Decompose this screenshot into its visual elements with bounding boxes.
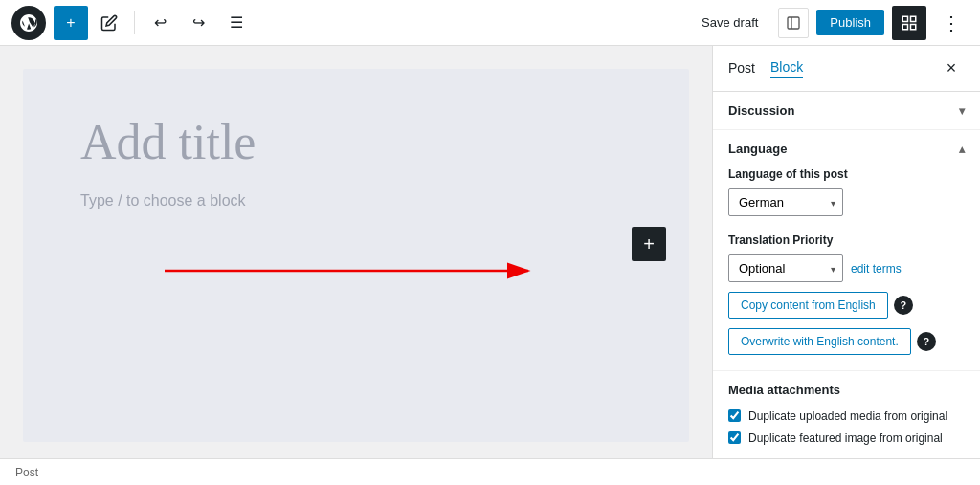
toolbar-divider-1 [134,11,135,34]
preview-button[interactable] [778,8,809,38]
language-section-header[interactable]: Language ▴ [713,130,980,167]
duplicate-featured-row: Duplicate featured image from original [728,430,965,447]
wp-logo-icon [19,13,38,33]
language-of-post-label: Language of this post [728,167,965,181]
overwrite-content-row: Overwrite with English content. ? [728,328,965,355]
save-draft-button[interactable]: Save draft [689,9,770,36]
duplicate-media-checkbox[interactable] [728,409,741,422]
priority-row: Optional Required Low High ▾ edit terms [728,254,965,282]
priority-select-wrapper: Optional Required Low High ▾ [728,254,843,282]
svg-rect-4 [911,24,916,29]
list-view-button[interactable]: ☰ [219,6,254,40]
svg-rect-5 [902,24,907,29]
publish-button[interactable]: Publish [816,10,884,35]
toolbar: + ↩ ↪ ☰ Save draft Publish [0,0,980,46]
discussion-chevron-icon: ▾ [959,104,965,118]
sidebar: Post Block × Discussion ▾ Language [712,46,980,458]
duplicate-media-row: Duplicate uploaded media from original [728,408,965,425]
copy-content-row: Copy content from English ? [728,292,965,319]
svg-rect-2 [902,16,907,21]
priority-select[interactable]: Optional Required Low High [728,254,843,282]
copy-content-button[interactable]: Copy content from English [728,292,888,319]
duplicate-featured-checkbox[interactable] [728,431,741,444]
wp-logo[interactable] [11,6,46,40]
discussion-section: Discussion ▾ [713,92,980,130]
language-select-wrapper: German English French Spanish ▾ [728,188,843,216]
overwrite-content-help-icon[interactable]: ? [917,332,936,351]
sidebar-content: Discussion ▾ Language ▴ Language of this… [713,92,980,458]
duplicate-media-label: Duplicate uploaded media from original [748,408,947,425]
main-layout: Add title Type / to choose a block + Pos… [0,46,980,458]
language-chevron-icon: ▴ [959,143,965,156]
preview-icon [786,15,801,31]
tab-block[interactable]: Block [770,59,803,78]
language-select[interactable]: German English French Spanish [728,188,843,216]
add-block-toolbar-button[interactable]: + [54,6,88,40]
annotation-arrow [155,242,557,299]
discussion-section-header[interactable]: Discussion ▾ [713,92,980,129]
editor-title-placeholder[interactable]: Add title [80,115,632,169]
editor-block-prompt[interactable]: Type / to choose a block [80,192,632,209]
language-section: Language ▴ Language of this post German … [713,130,980,371]
edit-mode-button[interactable] [92,6,126,40]
overwrite-content-button[interactable]: Overwrite with English content. [728,328,911,355]
pencil-icon [100,14,118,32]
edit-terms-link[interactable]: edit terms [851,262,902,276]
svg-rect-0 [788,17,799,29]
sidebar-close-button[interactable]: × [938,55,965,82]
statusbar: Post [0,458,980,485]
editor-area: Add title Type / to choose a block + [0,46,712,458]
translation-priority-label: Translation Priority [728,233,965,247]
duplicate-featured-label: Duplicate featured image from original [748,430,943,447]
settings-toggle-button[interactable] [892,6,926,40]
more-options-button[interactable]: ⋮ [934,6,969,40]
tab-post[interactable]: Post [728,60,755,77]
settings-icon [901,14,918,32]
media-attachments-section: Media attachments Duplicate uploaded med… [713,371,980,458]
sidebar-tabs: Post Block × [713,46,980,92]
editor-canvas: Add title Type / to choose a block + [23,69,689,442]
language-section-body: Language of this post German English Fre… [713,167,980,370]
svg-rect-3 [911,16,916,21]
copy-content-help-icon[interactable]: ? [894,296,913,315]
inline-add-block-button[interactable]: + [632,227,666,261]
media-attachments-header[interactable]: Media attachments [713,371,980,408]
toolbar-right: Save draft Publish ⋮ [689,6,969,40]
redo-button[interactable]: ↪ [181,6,215,40]
media-attachments-body: Duplicate uploaded media from original D… [713,408,980,458]
statusbar-label: Post [15,466,38,479]
undo-button[interactable]: ↩ [143,6,177,40]
